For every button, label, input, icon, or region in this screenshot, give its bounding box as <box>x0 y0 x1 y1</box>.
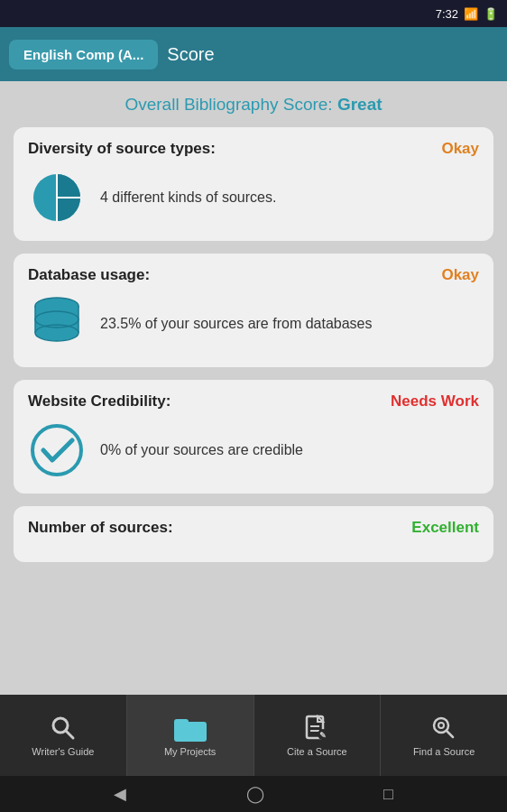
diversity-status: Okay <box>441 140 479 158</box>
database-card-body: 23.5% of your sources are from databases <box>28 295 479 353</box>
main-content: Overall Bibliography Score: Great Divers… <box>0 81 507 695</box>
top-nav-bar: English Comp (A... Score <box>0 27 507 81</box>
database-card: Database usage: Okay 23.5% of your sourc… <box>14 254 493 367</box>
battery-icon: 🔋 <box>484 7 498 21</box>
svg-line-12 <box>66 731 73 738</box>
database-description: 23.5% of your sources are from databases <box>100 314 373 334</box>
number-title: Number of sources: <box>28 519 173 537</box>
diversity-icon <box>28 169 86 226</box>
svg-line-21 <box>447 731 453 737</box>
active-tab[interactable]: English Comp (A... <box>9 40 158 69</box>
database-status: Okay <box>441 266 479 284</box>
pie-chart-icon <box>30 171 84 225</box>
home-button[interactable]: ◯ <box>246 784 264 804</box>
overall-score-value: Great <box>337 95 383 114</box>
database-title: Database usage: <box>28 266 150 284</box>
cite-icon: ✎ <box>303 715 330 742</box>
number-status: Excellent <box>411 519 479 537</box>
credibility-status: Needs Work <box>391 392 479 411</box>
number-card-header: Number of sources: Excellent <box>28 519 479 537</box>
database-icon <box>28 295 86 353</box>
diversity-card: Diversity of source types: Okay 4 differ… <box>14 127 493 241</box>
credibility-description: 0% of your sources are credible <box>100 440 303 460</box>
credibility-card-header: Website Credibility: Needs Work <box>28 392 479 411</box>
status-bar: 7:32 📶 🔋 <box>0 0 507 27</box>
svg-rect-14 <box>174 719 189 726</box>
search-icon <box>50 715 77 742</box>
folder-icon <box>174 715 207 742</box>
credibility-card-body: 0% of your sources are credible <box>28 421 479 479</box>
back-button[interactable]: ◀ <box>114 784 126 804</box>
number-card: Number of sources: Excellent <box>14 506 493 562</box>
nav-cite-source-label: Cite a Source <box>287 746 347 757</box>
svg-point-22 <box>438 723 444 728</box>
credibility-card: Website Credibility: Needs Work 0% of yo… <box>14 380 493 494</box>
bottom-nav: Writer's Guide My Projects ✎ Cite a Sour… <box>0 695 507 776</box>
svg-point-10 <box>32 426 81 475</box>
nav-cite-source[interactable]: ✎ Cite a Source <box>254 695 382 776</box>
overall-score-row: Overall Bibliography Score: Great <box>14 95 493 115</box>
status-time: 7:32 <box>436 7 458 21</box>
nav-my-projects[interactable]: My Projects <box>127 695 254 776</box>
credibility-title: Website Credibility: <box>28 392 171 411</box>
database-cylinder-icon <box>30 295 84 353</box>
diversity-card-body: 4 different kinds of sources. <box>28 169 479 226</box>
nav-writers-guide[interactable]: Writer's Guide <box>0 695 127 776</box>
credibility-check-icon <box>29 422 85 478</box>
svg-text:✎: ✎ <box>319 731 327 740</box>
page-title: Score <box>167 44 214 65</box>
nav-writers-guide-label: Writer's Guide <box>32 746 94 757</box>
nav-my-projects-label: My Projects <box>164 746 216 757</box>
recents-button[interactable]: □ <box>383 785 393 804</box>
android-bar: ◀ ◯ □ <box>0 776 507 812</box>
wifi-icon: 📶 <box>464 7 478 21</box>
credibility-icon <box>28 421 86 479</box>
database-card-header: Database usage: Okay <box>28 266 479 284</box>
find-source-icon <box>430 715 457 742</box>
diversity-description: 4 different kinds of sources. <box>100 188 276 208</box>
nav-find-source[interactable]: Find a Source <box>381 695 507 776</box>
diversity-title: Diversity of source types: <box>28 140 216 158</box>
diversity-card-header: Diversity of source types: Okay <box>28 140 479 158</box>
nav-find-source-label: Find a Source <box>413 746 475 757</box>
overall-score-label: Overall Bibliography Score: <box>124 95 337 114</box>
